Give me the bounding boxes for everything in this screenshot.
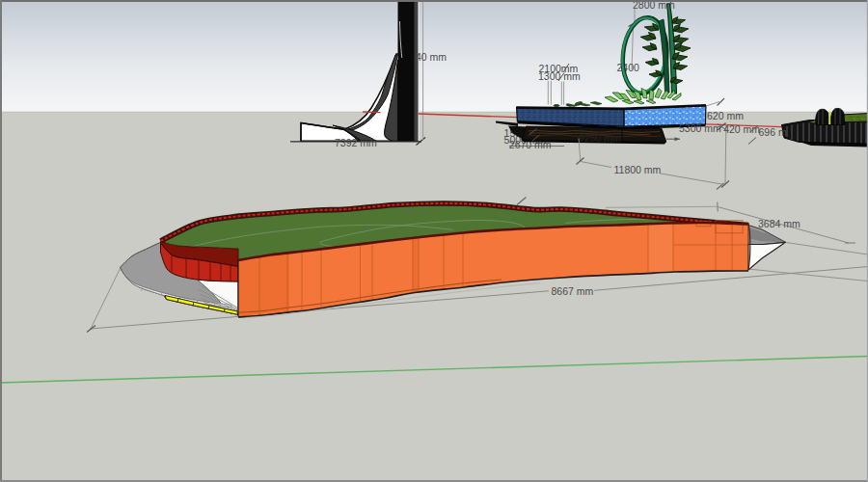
svg-text:696 m: 696 m xyxy=(759,126,787,138)
svg-text:11800 mm: 11800 mm xyxy=(614,164,662,175)
svg-text:620 mm: 620 mm xyxy=(707,110,744,121)
svg-text:2400: 2400 xyxy=(617,62,640,73)
svg-text:7392 mm: 7392 mm xyxy=(335,137,377,148)
svg-text:5300 mm: 5300 mm xyxy=(679,122,721,134)
svg-text:3684 mm: 3684 mm xyxy=(758,218,800,229)
svg-text:40 mm: 40 mm xyxy=(416,51,447,63)
svg-text:8667 mm: 8667 mm xyxy=(552,285,594,297)
svg-text:9250 mm: 9250 mm xyxy=(579,132,621,144)
